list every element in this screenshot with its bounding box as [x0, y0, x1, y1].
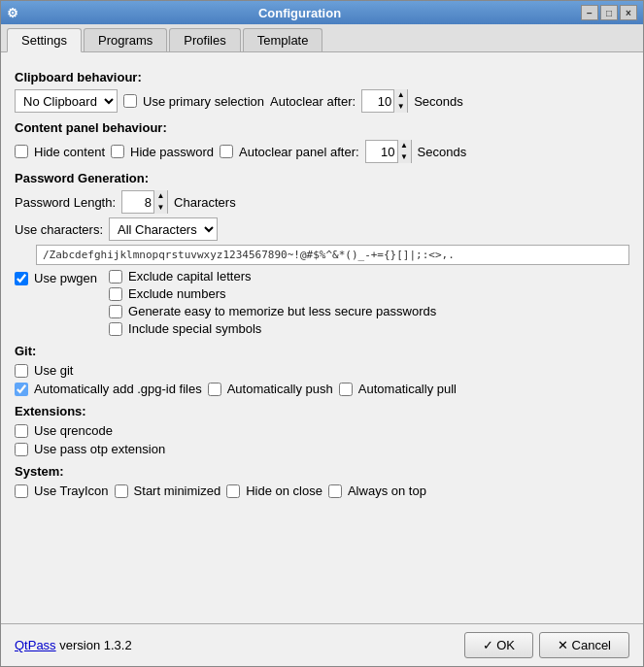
use-pwgen-checkbox[interactable]: [15, 272, 28, 285]
panel-autoclear-down[interactable]: ▼: [397, 151, 411, 163]
panel-autoclear-up[interactable]: ▲: [397, 140, 411, 151]
password-length-up[interactable]: ▲: [153, 190, 167, 202]
clipboard-select[interactable]: No Clipboard Clipboard Selection Both: [15, 89, 118, 113]
password-gen-section-label: Password Generation:: [15, 171, 629, 185]
maximize-button[interactable]: □: [600, 5, 618, 20]
always-on-top-label: Always on top: [348, 484, 426, 498]
auto-pull-checkbox[interactable]: [339, 383, 353, 396]
auto-add-gpg-label: Automatically add .gpg-id files: [34, 382, 202, 396]
footer-buttons: ✓ OK ✕ Cancel: [464, 632, 629, 658]
use-primary-selection-label: Use primary selection: [143, 94, 264, 109]
exclude-capitals-option: Exclude capital letters: [109, 269, 436, 283]
generate-easy-label: Generate easy to memorize but less secur…: [128, 304, 436, 318]
generate-easy-checkbox[interactable]: [109, 305, 122, 318]
exclude-numbers-option: Exclude numbers: [109, 286, 436, 301]
include-special-checkbox[interactable]: [109, 322, 122, 336]
exclude-numbers-label: Exclude numbers: [128, 286, 225, 301]
autoclear-down-arrow[interactable]: ▼: [393, 101, 407, 113]
panel-autoclear-input[interactable]: [366, 145, 397, 159]
footer-version-text: version 1.3.2: [56, 638, 132, 652]
autoclear-after-label: Autoclear after:: [270, 94, 356, 109]
auto-push-checkbox[interactable]: [208, 383, 221, 396]
ok-button[interactable]: ✓ OK: [464, 632, 533, 658]
tab-template[interactable]: Template: [243, 28, 323, 51]
clipboard-row: No Clipboard Clipboard Selection Both Us…: [15, 89, 629, 113]
autoclear-spinbox: ▲ ▼: [361, 89, 408, 113]
footer-version: QtPass version 1.3.2: [15, 638, 132, 652]
system-section-label: System:: [15, 464, 629, 479]
autoclear-panel-label: Autoclear panel after:: [239, 145, 359, 159]
tab-profiles[interactable]: Profiles: [169, 28, 240, 51]
tab-settings[interactable]: Settings: [7, 28, 82, 52]
use-trayicon-checkbox[interactable]: [15, 484, 28, 498]
password-length-label: Password Length:: [15, 195, 116, 210]
use-git-checkbox[interactable]: [15, 364, 28, 378]
use-pwgen-label: Use pwgen: [34, 271, 97, 285]
include-special-option: Include special symbols: [109, 321, 436, 336]
titlebar: ⚙ Configuration − □ ×: [1, 1, 643, 24]
use-pwgen-row: Use pwgen Exclude capital letters Exclud…: [15, 269, 629, 336]
hide-password-label: Hide password: [130, 145, 214, 159]
settings-content: Clipboard behaviour: No Clipboard Clipbo…: [1, 52, 643, 623]
use-characters-select[interactable]: All Characters 0-9 only a-z only A-Z onl…: [109, 217, 218, 241]
use-otp-row: Use pass otp extension: [15, 442, 629, 456]
use-git-label: Use git: [34, 363, 73, 378]
autoclear-up-arrow[interactable]: ▲: [393, 89, 407, 101]
auto-push-label: Automatically push: [227, 382, 333, 396]
autoclear-input[interactable]: [362, 94, 393, 109]
close-button[interactable]: ×: [620, 5, 637, 20]
clipboard-section-label: Clipboard behaviour:: [15, 70, 629, 84]
git-options-row: Automatically add .gpg-id files Automati…: [15, 382, 629, 396]
exclude-capitals-checkbox[interactable]: [109, 270, 122, 283]
app-name-link[interactable]: QtPass: [15, 638, 56, 652]
content-panel-section-label: Content panel behaviour:: [15, 120, 629, 135]
tab-programs[interactable]: Programs: [84, 28, 167, 51]
main-window: ⚙ Configuration − □ × Settings Programs …: [0, 0, 644, 667]
titlebar-icon: ⚙: [7, 6, 18, 20]
start-minimized-checkbox[interactable]: [115, 484, 128, 498]
hide-password-checkbox[interactable]: [111, 145, 124, 158]
use-qrcode-checkbox[interactable]: [15, 424, 28, 438]
use-characters-row: Use characters: All Characters 0-9 only …: [15, 217, 629, 241]
use-primary-selection-checkbox[interactable]: [123, 94, 137, 108]
minimize-button[interactable]: −: [581, 5, 598, 20]
hide-on-close-checkbox[interactable]: [226, 484, 240, 498]
autoclear-seconds-label: Seconds: [414, 94, 463, 109]
use-characters-label: Use characters:: [15, 222, 103, 237]
use-qrcode-row: Use qrencode: [15, 423, 629, 438]
autoclear-arrows: ▲ ▼: [393, 89, 407, 113]
hide-content-label: Hide content: [34, 145, 105, 159]
generate-easy-option: Generate easy to memorize but less secur…: [109, 304, 436, 318]
titlebar-title: Configuration: [18, 6, 581, 20]
hide-on-close-label: Hide on close: [246, 484, 322, 498]
start-minimized-label: Start minimized: [134, 484, 221, 498]
password-length-input[interactable]: [122, 195, 153, 210]
autoclear-panel-checkbox[interactable]: [220, 145, 233, 158]
hide-content-checkbox[interactable]: [15, 145, 28, 158]
use-otp-label: Use pass otp extension: [34, 442, 165, 456]
auto-pull-label: Automatically pull: [358, 382, 457, 396]
cancel-button[interactable]: ✕ Cancel: [539, 632, 629, 658]
include-special-label: Include special symbols: [128, 321, 261, 336]
password-length-down[interactable]: ▼: [153, 202, 167, 214]
titlebar-controls: − □ ×: [581, 5, 637, 20]
password-length-spinbox: ▲ ▼: [121, 190, 168, 214]
use-git-row: Use git: [15, 363, 629, 378]
auto-add-gpg-checkbox[interactable]: [15, 383, 28, 396]
characters-label: Characters: [174, 195, 236, 210]
git-section-label: Git:: [15, 344, 629, 358]
use-otp-checkbox[interactable]: [15, 443, 28, 456]
use-trayicon-label: Use TrayIcon: [34, 484, 109, 498]
tab-bar: Settings Programs Profiles Template: [1, 24, 643, 52]
always-on-top-checkbox[interactable]: [328, 484, 342, 498]
char-set-display: /Zabcdefghijklmnopqrstuvwxyz1234567890~!…: [36, 245, 629, 265]
extensions-section-label: Extensions:: [15, 404, 629, 418]
system-options-row: Use TrayIcon Start minimized Hide on clo…: [15, 484, 629, 498]
password-length-row: Password Length: ▲ ▼ Characters: [15, 190, 629, 214]
content-panel-row: Hide content Hide password Autoclear pan…: [15, 140, 629, 163]
exclude-numbers-checkbox[interactable]: [109, 287, 122, 301]
footer: QtPass version 1.3.2 ✓ OK ✕ Cancel: [1, 623, 643, 666]
exclude-capitals-label: Exclude capital letters: [128, 269, 251, 283]
panel-autoclear-arrows: ▲ ▼: [397, 140, 411, 163]
password-length-arrows: ▲ ▼: [153, 190, 167, 214]
